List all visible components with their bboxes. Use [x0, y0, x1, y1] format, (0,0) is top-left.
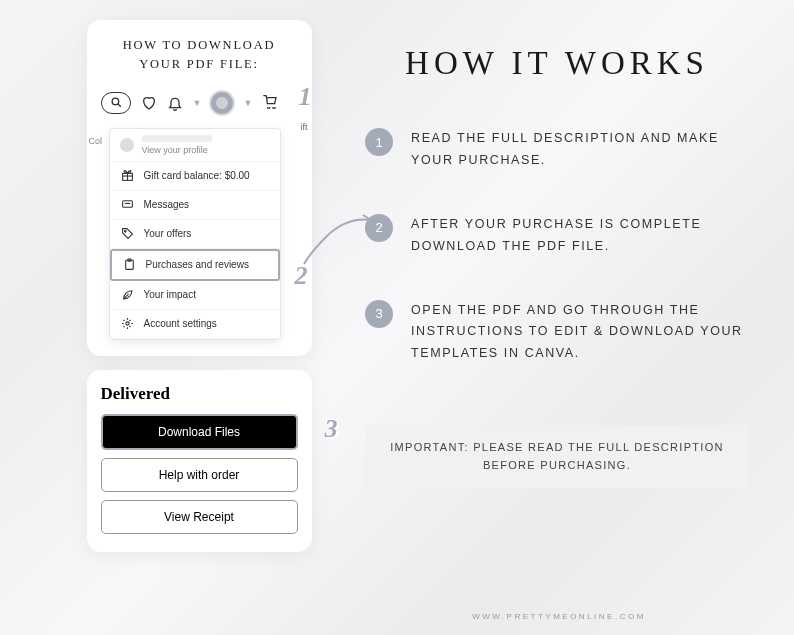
offers-label: Your offers: [144, 228, 192, 239]
bell-icon[interactable]: [167, 95, 183, 111]
behind-label: ift: [300, 122, 307, 132]
right-column: HOW IT WORKS 1 READ THE FULL DESCRIPTION…: [340, 0, 794, 635]
download-instructions-card: HOW TO DOWNLOAD YOUR PDF FILE: ▼ ▼ 1: [87, 20, 312, 356]
purchases-label: Purchases and reviews: [146, 259, 249, 270]
dd-profile[interactable]: View your profile: [110, 129, 280, 162]
settings-label: Account settings: [144, 318, 217, 329]
heart-icon[interactable]: [141, 95, 157, 111]
step-text-3: OPEN THE PDF AND GO THROUGH THE INSTRUCT…: [411, 300, 749, 366]
col-label: Col: [89, 136, 103, 146]
avatar-icon: [120, 138, 134, 152]
tag-icon: [120, 226, 136, 242]
step-3: 3 OPEN THE PDF AND GO THROUGH THE INSTRU…: [365, 300, 749, 366]
card-title: HOW TO DOWNLOAD YOUR PDF FILE:: [101, 36, 298, 74]
gift-icon: [120, 168, 136, 184]
svg-point-12: [282, 197, 288, 203]
step-1: 1 READ THE FULL DESCRIPTION AND MAKE YOU…: [365, 128, 749, 172]
svg-point-11: [126, 322, 129, 325]
svg-point-0: [112, 98, 119, 105]
delivered-title: Delivered: [101, 384, 298, 404]
dd-settings[interactable]: Account settings: [110, 310, 280, 339]
badge-1: 1: [299, 82, 312, 112]
step-circle-1: 1: [365, 128, 393, 156]
arrow-icon: [296, 212, 376, 272]
top-icon-row: ▼ ▼ 1: [101, 88, 298, 118]
step-2: 2 AFTER YOUR PURCHASE IS COMPLETE DOWNLO…: [365, 214, 749, 258]
gift-label: Gift card balance: $0.00: [144, 170, 250, 181]
dd-impact[interactable]: Your impact: [110, 281, 280, 310]
clipboard-icon: [122, 257, 138, 273]
delivered-card: Delivered Download Files Help with order…: [87, 370, 312, 552]
account-dropdown: View your profile Gift card balance: $0.…: [109, 128, 281, 340]
svg-line-13: [287, 202, 290, 205]
download-files-button[interactable]: Download Files: [101, 414, 298, 450]
svg-point-7: [125, 231, 127, 233]
step-circle-3: 3: [365, 300, 393, 328]
step-text-1: READ THE FULL DESCRIPTION AND MAKE YOUR …: [411, 128, 749, 172]
view-receipt-button[interactable]: View Receipt: [101, 500, 298, 534]
leaf-icon: [120, 287, 136, 303]
impact-label: Your impact: [144, 289, 196, 300]
help-order-button[interactable]: Help with order: [101, 458, 298, 492]
search-icon: [110, 95, 123, 111]
badge-3: 3: [325, 414, 338, 444]
view-profile-label: View your profile: [142, 145, 212, 155]
caret-icon: ▼: [243, 98, 252, 108]
message-icon: [120, 197, 136, 213]
footer-url: WWW.PRETTYMEONLINE.COM: [369, 612, 749, 621]
important-notice: IMPORTANT: PLEASE READ THE FULL DESCRIPT…: [365, 425, 749, 488]
caret-icon: ▼: [193, 98, 202, 108]
dd-giftcard[interactable]: Gift card balance: $0.00: [110, 162, 280, 191]
cart-icon[interactable]: [262, 95, 278, 111]
dd-offers[interactable]: Your offers: [110, 220, 280, 249]
step-text-2: AFTER YOUR PURCHASE IS COMPLETE DOWNLOAD…: [411, 214, 749, 258]
svg-line-1: [118, 104, 121, 107]
gear-icon: [120, 316, 136, 332]
dd-purchases[interactable]: Purchases and reviews: [110, 249, 280, 281]
search-pill[interactable]: [101, 92, 131, 114]
username-blur: [142, 135, 212, 142]
dd-messages[interactable]: Messages: [110, 191, 280, 220]
messages-label: Messages: [144, 199, 190, 210]
avatar-highlighted[interactable]: [211, 92, 233, 114]
left-column: HOW TO DOWNLOAD YOUR PDF FILE: ▼ ▼ 1: [0, 0, 340, 635]
main-title: HOW IT WORKS: [365, 45, 749, 82]
